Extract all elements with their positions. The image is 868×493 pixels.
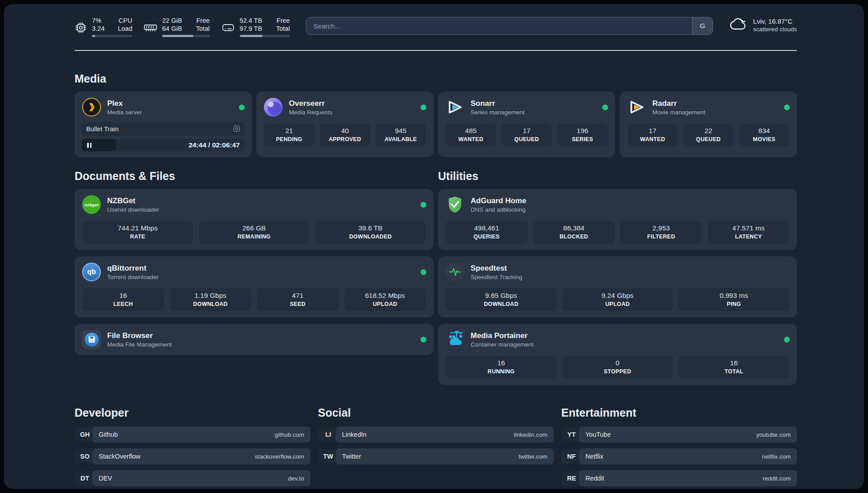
app-card-adguard[interactable]: AdGuard Home DNS and adblocking 498,461 … [438,189,797,250]
scattered-clouds-icon [728,17,748,33]
app-title: File Browser [107,331,172,341]
weather-location: Lviv, 16.87°C [753,17,797,25]
bookmark-name: Reddit [585,475,604,482]
status-dot-online [602,104,608,110]
app-subtitle: Speedtest Tracking [471,273,522,281]
stat-box: 9.65 Gbps DOWNLOAD [445,288,557,312]
app-card-filebrowser[interactable]: File Browser Media File Management [75,324,434,355]
bookmark-dev[interactable]: DT DEV dev.to [75,470,310,486]
app-card-overseerr[interactable]: Overseerr Media Requests 21 PENDING 40 A… [256,92,434,157]
bookmark-netflix[interactable]: NF Netflix netflix.com [561,448,797,464]
nzbget-icon: nzbget [82,195,101,214]
bookmark-reddit[interactable]: RE Reddit reddit.com [561,470,797,486]
bookmark-url: twitter.com [518,453,547,460]
stat-box: 39.6 TB DOWNLOADED [314,220,426,244]
storage-free-label: Free [273,17,290,25]
memory-free-value: 22 GiB [162,17,182,25]
bookmark-url: reddit.com [763,475,791,482]
stat-box: 744.21 Mbps RATE [82,220,194,244]
stat-box: 618.52 Mbps UPLOAD [344,288,427,312]
app-card-radarr[interactable]: Radarr Movie management 17 WANTED 22 QUE… [620,92,797,157]
bookmark-name: YouTube [585,431,611,438]
app-card-qbittorrent[interactable]: qb qBittorrent Torrent downloader 16 [75,256,434,318]
bookmark-github[interactable]: GH Github github.com [75,426,310,443]
stat-box: 196 SERIES [557,123,608,147]
cpu-usage-label: CPU [115,17,132,25]
app-card-plex[interactable]: Plex Media server Bullet Train [75,92,252,157]
cpu-load-label: Load [115,25,132,33]
now-playing-progress: 24:44 / 02:06:47 [82,139,245,151]
bookmark-url: linkedin.com [514,431,547,438]
app-subtitle: Media server [107,109,142,116]
stat-box: 17 WANTED [627,123,678,147]
app-title: Plex [107,99,142,109]
adguard-icon [445,195,465,214]
overseerr-icon [263,97,283,117]
bookmark-url: youtube.com [756,431,791,438]
status-dot-online [784,104,790,110]
status-dot-online [421,202,426,208]
stat-box: 834 MOVIES [739,123,790,147]
bookmark-stackoverflow[interactable]: SO StackOverflow stackoverflow.com [75,448,310,464]
section-title-documents: Documents & Files [75,170,434,183]
app-subtitle: Media Requests [289,109,333,116]
app-title: Overseerr [289,99,333,109]
search-input[interactable] [306,17,692,34]
app-subtitle: Media File Management [107,341,172,348]
app-card-portainer[interactable]: Media Portainer Container management 16 … [438,324,797,385]
memory-total-label: Total [193,25,210,33]
stat-box: 498,461 QUERIES [445,220,528,244]
app-card-nzbget[interactable]: nzbget NZBGet Usenet downloader 744.21 M… [75,189,434,250]
memory-total-value: 64 GiB [162,25,182,33]
app-subtitle: Container management [471,341,534,348]
stat-box: 40 APPROVED [319,123,371,147]
weather-widget: Lviv, 16.87°C scattered clouds [728,17,797,33]
stat-box: 1.19 Gbps DOWNLOAD [169,288,252,312]
app-subtitle: Torrent downloader [107,273,159,281]
section-title-utilities: Utilities [438,170,797,183]
status-dot-online [421,337,426,343]
portainer-icon [445,330,465,349]
section-title-social: Social [318,406,554,419]
search-engine-button[interactable]: G [692,17,713,34]
section-title-media: Media [75,72,797,85]
app-title: Sonarr [471,99,525,109]
storage-free-value: 52.4 TB [240,17,263,25]
storage-progress-bar [240,35,290,37]
speedtest-icon [445,262,465,282]
stat-box: 471 SEED [256,288,339,312]
bookmark-name: Github [99,431,118,438]
app-title: AdGuard Home [471,196,526,206]
pause-icon[interactable] [86,141,92,150]
app-title: Speedtest [471,263,522,273]
search-bar: G [306,17,713,35]
bookmark-name: LinkedIn [342,431,367,438]
bookmark-linkedin[interactable]: LI LinkedIn linkedin.com [318,426,554,443]
section-title-entertainment: Entertainment [561,406,797,419]
app-subtitle: Usenet downloader [107,206,159,213]
bookmark-twitter[interactable]: TW Twitter twitter.com [318,448,554,464]
stat-box: 9.24 Gbps UPLOAD [562,288,674,312]
app-title: Media Portainer [471,331,534,341]
app-subtitle: DNS and adblocking [471,206,526,213]
bookmark-name: DEV [99,475,112,482]
filebrowser-icon [82,330,101,349]
app-card-speedtest[interactable]: Speedtest Speedtest Tracking 9.65 Gbps D… [438,256,797,318]
app-title: Radarr [652,99,705,109]
plex-icon [82,97,101,117]
storage-total-label: Total [273,25,290,33]
stat-box: 22 QUEUED [683,123,734,147]
sonarr-icon [445,97,465,117]
media-type-disc-icon [233,125,240,134]
header-divider [75,50,797,51]
bookmark-youtube[interactable]: YT YouTube youtube.com [561,426,797,443]
stat-box: 86,384 BLOCKED [533,220,616,244]
app-card-sonarr[interactable]: Sonarr Series management 485 WANTED 17 Q… [438,92,615,157]
now-playing-title-row: Bullet Train [82,122,245,136]
storage-total-value: 97.9 TB [240,25,263,33]
now-playing-title: Bullet Train [86,125,119,133]
bookmark-url: netflix.com [762,453,791,460]
top-bar: 7% 3.24 CPU Load [75,17,797,37]
stat-box: 2,953 FILTERED [620,220,703,244]
weather-condition: scattered clouds [753,25,797,33]
